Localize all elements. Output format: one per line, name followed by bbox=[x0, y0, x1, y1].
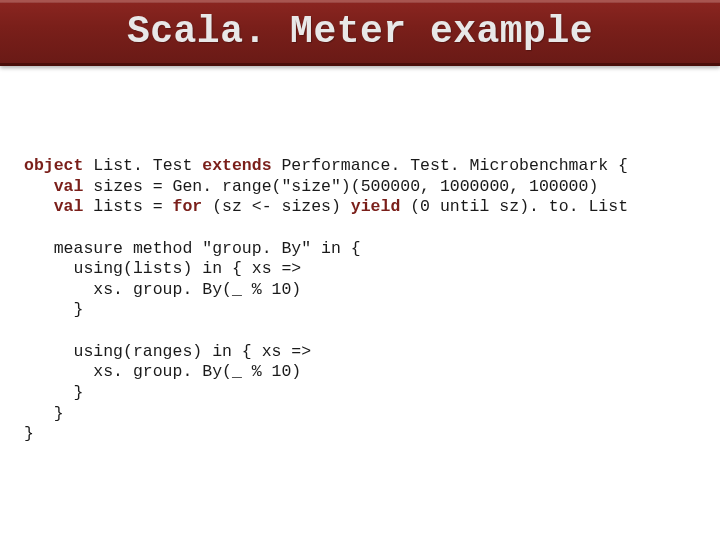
slide-title: Scala. Meter example bbox=[0, 10, 720, 53]
keyword-object: object bbox=[24, 156, 83, 175]
code-text: using(lists) in { xs => bbox=[24, 259, 301, 278]
code-text: using(ranges) in { xs => bbox=[24, 342, 311, 361]
code-text: } bbox=[24, 383, 83, 402]
code-text: sizes = Gen. range("size")(500000, 10000… bbox=[83, 177, 598, 196]
keyword-yield: yield bbox=[351, 197, 401, 216]
code-text: (sz <- sizes) bbox=[202, 197, 351, 216]
code-block: object List. Test extends Performance. T… bbox=[0, 66, 720, 465]
keyword-for: for bbox=[173, 197, 203, 216]
code-text: xs. group. By(_ % 10) bbox=[24, 280, 301, 299]
title-bar: Scala. Meter example bbox=[0, 0, 720, 66]
code-text: xs. group. By(_ % 10) bbox=[24, 362, 301, 381]
code-text: } bbox=[24, 404, 64, 423]
keyword-val: val bbox=[24, 177, 83, 196]
code-text: Performance. Test. Microbenchmark { bbox=[272, 156, 628, 175]
keyword-val: val bbox=[24, 197, 83, 216]
code-text: } bbox=[24, 424, 34, 443]
code-text: measure method "group. By" in { bbox=[24, 239, 361, 258]
code-text: } bbox=[24, 300, 83, 319]
keyword-extends: extends bbox=[202, 156, 271, 175]
code-text: List. Test bbox=[83, 156, 202, 175]
code-text: (0 until sz). to. List bbox=[400, 197, 628, 216]
code-text: lists = bbox=[83, 197, 172, 216]
